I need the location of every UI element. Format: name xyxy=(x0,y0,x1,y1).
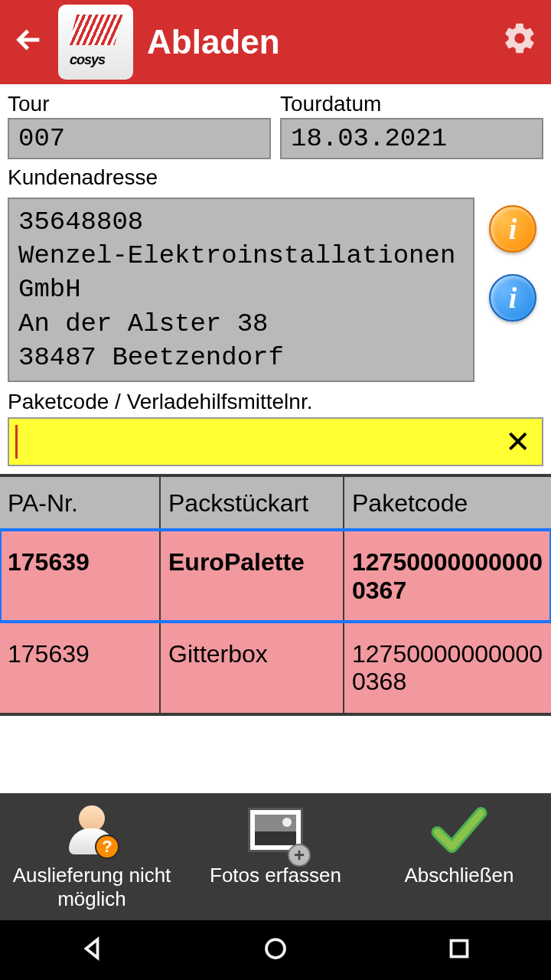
cell-packstueckart: Gitterbox xyxy=(161,623,344,714)
bottom-action-bar: ? Auslieferung nicht möglich + Fotos erf… xyxy=(0,793,551,920)
clear-input-button[interactable]: ✕ xyxy=(500,424,536,459)
tourdate-value: 18.03.2021 xyxy=(280,118,543,159)
cell-pa-nr: 175639 xyxy=(0,623,161,714)
settings-button[interactable] xyxy=(502,21,537,64)
cell-packstueckart: EuroPalette xyxy=(161,531,344,622)
cell-paketcode: 127500000000000367 xyxy=(344,531,551,622)
tourdate-label: Tourdatum xyxy=(280,92,543,116)
action-label: Abschließen xyxy=(404,864,514,887)
tour-label: Tour xyxy=(8,92,271,116)
nav-home-button[interactable] xyxy=(262,935,289,965)
finish-button[interactable]: Abschließen xyxy=(367,801,551,887)
action-label: Fotos erfassen xyxy=(210,864,341,887)
customer-address: 35648808 Wenzel-Elektroinstallationen Gm… xyxy=(8,198,474,382)
th-pa-nr: PA-Nr. xyxy=(0,477,161,530)
table-header: PA-Nr. Packstückart Paketcode xyxy=(0,477,551,530)
svg-rect-1 xyxy=(452,941,468,957)
page-title: Abladen xyxy=(147,23,488,61)
th-packstueckart: Packstückart xyxy=(161,477,344,530)
scan-input[interactable] xyxy=(22,429,500,455)
checkmark-icon xyxy=(430,801,488,859)
cell-pa-nr: 175639 xyxy=(0,531,161,622)
table-row[interactable]: 175639 Gitterbox 127500000000000368 xyxy=(0,622,551,714)
app-header: cosys Abladen xyxy=(0,0,551,84)
scan-label: Paketcode / Verladehilfsmittelnr. xyxy=(8,390,543,414)
scan-input-container[interactable]: ✕ xyxy=(8,417,543,466)
address-label: Kundenadresse xyxy=(8,165,543,190)
nav-recent-button[interactable] xyxy=(445,935,473,965)
package-table: PA-Nr. Packstückart Paketcode 175639 Eur… xyxy=(0,474,551,716)
cell-paketcode: 127500000000000368 xyxy=(344,623,551,714)
table-row[interactable]: 175639 EuroPalette 127500000000000367 xyxy=(0,530,551,622)
app-logo: cosys xyxy=(58,5,133,80)
delivery-not-possible-button[interactable]: ? Auslieferung nicht möglich xyxy=(0,801,184,911)
svg-point-0 xyxy=(266,939,285,958)
photo-add-icon: + xyxy=(246,801,305,859)
th-paketcode: Paketcode xyxy=(344,477,551,530)
tour-value: 007 xyxy=(8,118,271,159)
back-button[interactable] xyxy=(14,21,44,64)
info-button-orange[interactable]: i xyxy=(489,205,536,253)
action-label: Auslieferung nicht möglich xyxy=(8,864,176,911)
android-nav-bar xyxy=(0,920,551,980)
person-question-icon: ? xyxy=(63,801,121,859)
info-button-blue[interactable]: i xyxy=(489,274,536,322)
nav-back-button[interactable] xyxy=(78,935,106,965)
capture-photos-button[interactable]: + Fotos erfassen xyxy=(184,801,367,887)
app-root: cosys Abladen Tour 007 Tourdatum 18.03.2… xyxy=(0,0,551,980)
content-area: Tour 007 Tourdatum 18.03.2021 Kundenadre… xyxy=(0,84,551,793)
text-cursor xyxy=(15,425,18,459)
